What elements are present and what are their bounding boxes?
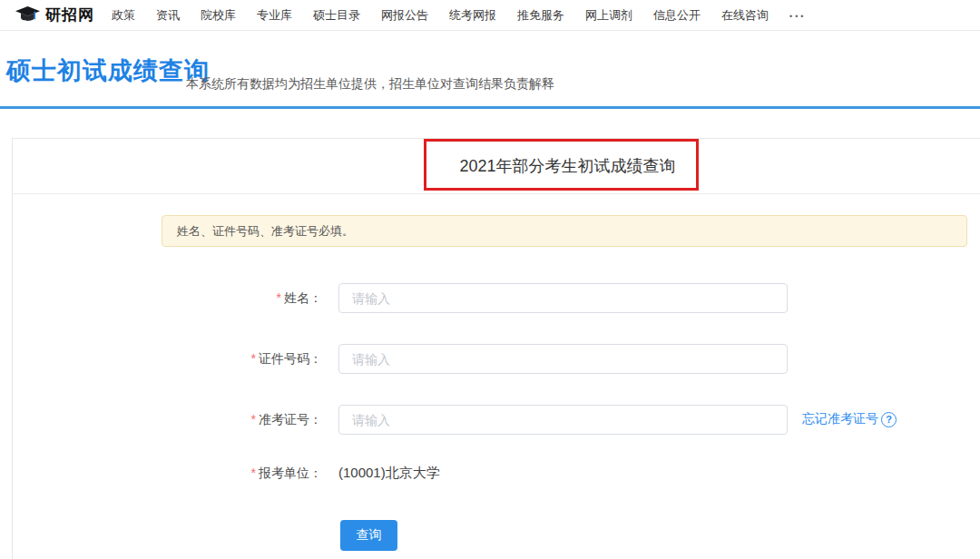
ticket-number-label: *准考证号： xyxy=(104,405,322,435)
page-subtitle: 本系统所有数据均为招生单位提供，招生单位对查询结果负责解释 xyxy=(186,76,554,93)
logo-text: 研招网 xyxy=(45,5,94,25)
nav-item-policy[interactable]: 政策 xyxy=(112,7,135,24)
panel-header: 2021年部分考生初试成绩查询 xyxy=(13,139,980,194)
required-asterisk: * xyxy=(277,290,281,305)
forgot-ticket-link[interactable]: 忘记准考证号 ? xyxy=(802,410,897,428)
page-title: 硕士初试成绩查询 xyxy=(6,54,210,87)
notice-text: 姓名、证件号码、准考证号必填。 xyxy=(177,223,354,240)
name-input[interactable] xyxy=(338,283,788,313)
forgot-ticket-link-text: 忘记准考证号 xyxy=(802,411,878,427)
required-asterisk: * xyxy=(251,351,256,366)
nav-item-info-disclosure[interactable]: 信息公开 xyxy=(653,7,701,24)
required-asterisk: * xyxy=(251,412,256,427)
nav-item-major-library[interactable]: 专业库 xyxy=(257,7,292,24)
required-asterisk: * xyxy=(251,466,256,480)
nav-item-unified-exam-report[interactable]: 统考网报 xyxy=(449,7,496,24)
query-panel: 2021年部分考生初试成绩查询 姓名、证件号码、准考证号必填。 *姓名： *证件… xyxy=(12,138,980,559)
institution-value: (10001)北京大学 xyxy=(338,464,440,482)
id-number-label: *证件号码： xyxy=(104,344,322,374)
institution-label: *报考单位： xyxy=(104,464,322,482)
nav-item-school-library[interactable]: 院校库 xyxy=(201,7,236,24)
nav-item-exempt-service[interactable]: 推免服务 xyxy=(517,7,564,24)
more-menu-icon[interactable]: ••• xyxy=(789,10,806,21)
ticket-number-input[interactable] xyxy=(338,405,788,435)
nav-item-online-consult[interactable]: 在线咨询 xyxy=(721,7,769,24)
nav-menu: 政策 资讯 院校库 专业库 硕士目录 网报公告 统考网报 推免服务 网上调剂 信… xyxy=(112,7,806,24)
required-fields-notice: 姓名、证件号码、准考证号必填。 xyxy=(162,215,967,247)
site-logo[interactable]: 研招网 xyxy=(15,5,94,25)
nav-item-online-report-notice[interactable]: 网报公告 xyxy=(381,7,428,24)
graduation-cap-icon xyxy=(15,6,40,25)
nav-item-master-catalog[interactable]: 硕士目录 xyxy=(313,7,360,24)
name-label: *姓名： xyxy=(104,283,322,313)
nav-item-news[interactable]: 资讯 xyxy=(156,7,180,24)
help-icon: ? xyxy=(881,412,897,427)
query-button[interactable]: 查询 xyxy=(340,520,397,551)
nav-item-online-adjustment[interactable]: 网上调剂 xyxy=(585,7,632,24)
header-divider xyxy=(0,106,980,109)
panel-title: 2021年部分考生初试成绩查询 xyxy=(459,155,675,177)
id-number-input[interactable] xyxy=(338,344,788,374)
top-navbar: 研招网 政策 资讯 院校库 专业库 硕士目录 网报公告 统考网报 推免服务 网上… xyxy=(0,0,980,31)
